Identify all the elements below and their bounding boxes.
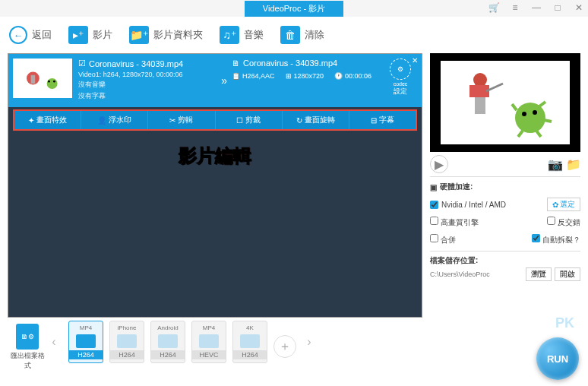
no-audio-label: 沒有音樂 bbox=[78, 80, 217, 90]
source-info: ☑Coronavirus - 34039.mp4 Video1: h264, 1… bbox=[78, 59, 217, 103]
target-title: Coronavirus - 34039.mp4 bbox=[243, 59, 337, 68]
open-folder-button[interactable]: 開啟 bbox=[555, 267, 580, 281]
back-button[interactable]: ← 返回 bbox=[9, 26, 52, 44]
no-subtitle-label: 沒有字幕 bbox=[78, 91, 217, 101]
add-music-button[interactable]: ♫⁺ 音樂 bbox=[220, 26, 264, 44]
hw-accel-section: ▣硬體加速: Nvidia / Intel / AMD ✿選定 高畫質引擎 反交… bbox=[430, 176, 580, 281]
overlay-annotation: 影片編輯 bbox=[179, 144, 251, 168]
codec-settings-button[interactable]: ⚙ codec 設定 bbox=[384, 59, 417, 103]
window-controls: 🛒 ≡ — □ ✕ bbox=[488, 2, 585, 14]
svg-point-12 bbox=[522, 112, 526, 116]
video-list-panel: ✕ ☑Coronavirus - 34039.mp4 Video1: h264,… bbox=[8, 53, 422, 318]
video-icon: ▸⁺ bbox=[68, 26, 88, 44]
add-format-button[interactable]: ＋ bbox=[273, 335, 296, 358]
hw-option-checkbox[interactable]: Nvidia / Intel / AMD bbox=[430, 201, 506, 209]
music-label: 音樂 bbox=[244, 28, 264, 42]
format-iphone[interactable]: iPhoneH264 bbox=[109, 321, 144, 363]
merge-checkbox[interactable]: 合併 bbox=[430, 234, 456, 245]
snapshot-icon[interactable]: 📷 bbox=[548, 157, 562, 171]
source-format: Video1: h264, 1280x720, 00:00:06 bbox=[78, 71, 217, 78]
subtitle-button[interactable]: ⊟ 字幕 bbox=[349, 111, 416, 129]
target-codec: 📋 H264,AAC bbox=[232, 72, 275, 80]
svg-point-4 bbox=[48, 81, 50, 83]
effect-button[interactable]: ✦ 畫面特效 bbox=[14, 111, 81, 129]
svg-rect-2 bbox=[31, 75, 36, 84]
output-gear-icon: 🗎⚙ bbox=[16, 324, 39, 350]
side-panel: ▶ 📷 📁 ▣硬體加速: Nvidia / Intel / AMD ✿選定 高畫… bbox=[430, 53, 580, 318]
remove-video-icon[interactable]: ✕ bbox=[412, 56, 418, 65]
watermark-text: PK bbox=[555, 315, 574, 331]
preview-player bbox=[430, 53, 580, 152]
save-location-section: 檔案儲存位置: C:\Users\VideoProc 瀏覽 開啟 bbox=[430, 251, 580, 281]
hq-checkbox[interactable]: 高畫質引擎 bbox=[430, 217, 479, 228]
svg-rect-6 bbox=[441, 61, 570, 144]
edit-toolbar: ✦ 畫面特效 👤 浮水印 ✂ 剪輯 ☐ 剪裁 ↻ 畫面旋轉 ⊟ 字幕 bbox=[13, 109, 417, 131]
check-icon: ☑ bbox=[78, 59, 86, 68]
folder-open-icon[interactable]: 📁 bbox=[567, 157, 580, 171]
target-info: 🗎Coronavirus - 34039.mp4 📋 H264,AAC ⊞ 12… bbox=[232, 59, 384, 103]
clear-button[interactable]: 🗑 清除 bbox=[280, 26, 324, 44]
browse-button[interactable]: 瀏覽 bbox=[526, 267, 552, 281]
video-item[interactable]: ✕ ☑Coronavirus - 34039.mp4 Video1: h264,… bbox=[8, 54, 422, 107]
save-path: C:\Users\VideoProc bbox=[430, 271, 523, 278]
bottom-bar: 🗎⚙ 匯出檔案格式 ‹ MP4H264 iPhoneH264 AndroidH2… bbox=[0, 318, 588, 384]
folder-label: 影片資料夾 bbox=[153, 28, 203, 42]
svg-point-8 bbox=[473, 73, 487, 87]
codec-setting-label: 設定 bbox=[384, 87, 417, 96]
autosplit-checkbox[interactable]: 自動拆裂？ bbox=[532, 234, 580, 245]
svg-rect-0 bbox=[16, 62, 69, 94]
titlebar: VideoProc - 影片 🛒 ≡ — □ ✕ bbox=[0, 0, 588, 17]
main-area: ✕ ☑Coronavirus - 34039.mp4 Video1: h264,… bbox=[0, 53, 588, 318]
svg-point-13 bbox=[533, 110, 537, 115]
deinterlace-checkbox[interactable]: 反交錯 bbox=[547, 217, 580, 228]
music-icon: ♫⁺ bbox=[220, 26, 239, 44]
rotate-button[interactable]: ↻ 畫面旋轉 bbox=[283, 111, 349, 129]
save-title: 檔案儲存位置: bbox=[430, 255, 580, 266]
cart-icon[interactable]: 🛒 bbox=[488, 2, 500, 14]
format-4k[interactable]: 4KH264 bbox=[232, 321, 267, 363]
clear-label: 清除 bbox=[305, 28, 324, 42]
run-button[interactable]: RUN bbox=[536, 337, 579, 380]
settings-lines-icon[interactable]: ≡ bbox=[509, 2, 521, 14]
main-toolbar: ← 返回 ▸⁺ 影片 📁⁺ 影片資料夾 ♫⁺ 音樂 🗑 清除 bbox=[0, 17, 588, 53]
hw-title: 硬體加速: bbox=[440, 182, 473, 192]
file-icon: 🗎 bbox=[232, 59, 240, 68]
target-duration: 🕐 00:00:06 bbox=[334, 72, 371, 80]
maximize-icon[interactable]: □ bbox=[552, 2, 564, 14]
title-tab: VideoProc - 影片 bbox=[245, 1, 343, 17]
close-icon[interactable]: ✕ bbox=[573, 2, 585, 14]
preview-controls: ▶ 📷 📁 bbox=[430, 152, 580, 176]
format-android[interactable]: AndroidH264 bbox=[150, 321, 185, 363]
source-title: Coronavirus - 34039.mp4 bbox=[89, 59, 183, 68]
folder-icon: 📁⁺ bbox=[129, 26, 149, 44]
back-arrow-icon: ← bbox=[9, 26, 27, 44]
target-resolution: ⊞ 1280x720 bbox=[286, 72, 324, 80]
video-thumbnail bbox=[13, 59, 72, 98]
play-button[interactable]: ▶ bbox=[430, 155, 448, 173]
minimize-icon[interactable]: — bbox=[530, 2, 542, 14]
trash-icon: 🗑 bbox=[280, 26, 300, 44]
add-video-button[interactable]: ▸⁺ 影片 bbox=[68, 26, 112, 44]
output-format-button[interactable]: 🗎⚙ 匯出檔案格式 bbox=[8, 324, 47, 371]
crop-button[interactable]: ☐ 剪裁 bbox=[216, 111, 283, 129]
chip-icon: ▣ bbox=[430, 183, 437, 191]
format-mp4-h264[interactable]: MP4H264 bbox=[68, 321, 103, 363]
video-label: 影片 bbox=[93, 28, 112, 42]
gear-icon: ⚙ bbox=[390, 59, 411, 80]
watermark-button[interactable]: 👤 浮水印 bbox=[81, 111, 148, 129]
codec-label: codec bbox=[384, 81, 417, 87]
output-label-text: 匯出檔案格式 bbox=[8, 351, 47, 371]
svg-point-5 bbox=[53, 81, 55, 83]
scroll-right-icon[interactable]: › bbox=[302, 321, 316, 363]
scroll-left-icon[interactable]: ‹ bbox=[47, 321, 61, 363]
format-mp4-hevc[interactable]: MP4HEVC bbox=[191, 321, 226, 363]
svg-point-3 bbox=[47, 78, 58, 89]
back-label: 返回 bbox=[32, 28, 52, 42]
arrow-right-icon: » bbox=[221, 74, 227, 87]
add-folder-button[interactable]: 📁⁺ 影片資料夾 bbox=[129, 26, 203, 44]
cut-button[interactable]: ✂ 剪輯 bbox=[148, 111, 215, 129]
format-list: MP4H264 iPhoneH264 AndroidH264 MP4HEVC 4… bbox=[68, 321, 296, 363]
hw-set-button[interactable]: ✿選定 bbox=[547, 198, 580, 211]
svg-point-11 bbox=[515, 103, 545, 133]
